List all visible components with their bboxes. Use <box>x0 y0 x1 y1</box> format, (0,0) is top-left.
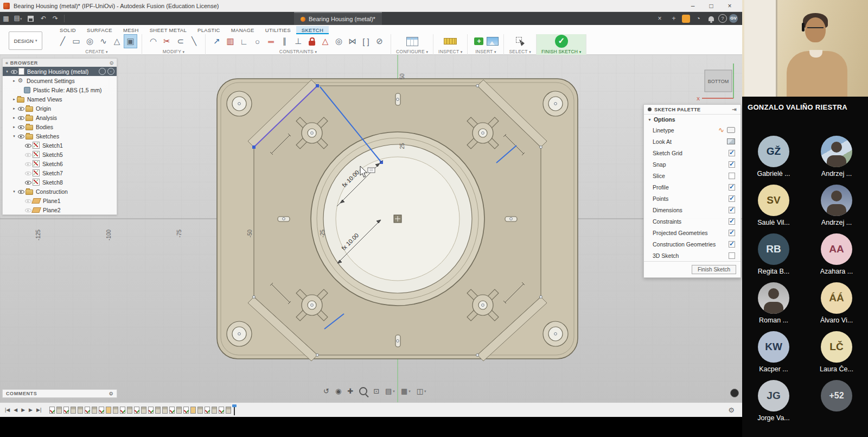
document-tab[interactable]: Bearing Housing (metal)* <box>294 12 382 25</box>
visibility-eye-icon[interactable] <box>18 188 24 194</box>
timeline-feature-feature[interactable] <box>113 407 118 414</box>
participant-tile[interactable]: RBRegita B... <box>758 233 789 282</box>
snap-checkbox[interactable] <box>729 161 735 168</box>
finish-sketch-group-label[interactable]: FINISH SKETCH ▾ <box>541 49 582 54</box>
collapse-arrow-icon[interactable]: « <box>5 60 9 66</box>
palette-options-section[interactable]: ▼ Options <box>644 115 741 124</box>
visibility-eye-icon[interactable] <box>11 68 17 74</box>
inspect-group-label[interactable]: INSPECT ▾ <box>438 49 462 54</box>
timeline-feature-sketch[interactable] <box>219 407 224 414</box>
participant-tile[interactable]: +52 <box>821 380 852 429</box>
timeline-marker[interactable] <box>234 405 235 415</box>
project-tool-icon[interactable]: ∟ <box>238 35 250 48</box>
extensions-clock-icon[interactable]: ◔ <box>692 12 704 25</box>
timeline-feature-sketch[interactable] <box>169 407 175 414</box>
user-avatar[interactable]: GV <box>729 14 738 23</box>
browser-row-plane1[interactable]: Plane1 <box>3 196 117 205</box>
close-document-icon[interactable]: × <box>654 12 666 25</box>
visibility-eye-icon[interactable] <box>18 133 24 139</box>
concentric-constraint-icon[interactable]: ◎ <box>333 35 345 48</box>
maximize-button[interactable]: □ <box>702 2 720 10</box>
configure-table-tool-icon[interactable] <box>406 35 418 48</box>
timeline-feature-construct[interactable] <box>190 407 196 414</box>
tab-manage[interactable]: MANAGE <box>226 26 260 34</box>
redo-icon[interactable]: ↷ <box>49 12 61 25</box>
timeline-feature-feature[interactable] <box>155 407 161 414</box>
timeline-feature-sketch[interactable] <box>205 407 210 414</box>
pan-icon[interactable]: ✚ <box>347 387 353 395</box>
profile-checkbox[interactable] <box>729 184 735 191</box>
browser-row-sketch8[interactable]: Sketch8 <box>3 178 117 187</box>
timeline-feature-feature[interactable] <box>226 407 231 414</box>
modify-group-label[interactable]: MODIFY ▾ <box>163 49 184 54</box>
visibility-eye-icon[interactable] <box>25 207 31 213</box>
browser-header[interactable]: « BROWSER ⊙ <box>3 59 117 67</box>
timeline-feature-feature[interactable] <box>127 407 132 414</box>
browser-row-sketch1[interactable]: Sketch1 <box>3 141 117 150</box>
participant-tile[interactable]: Roman ... <box>758 282 789 331</box>
participant-tile[interactable]: LČLaura Če... <box>820 331 853 380</box>
grid-settings-icon[interactable]: ▦▾ <box>401 387 411 395</box>
fix-constraint-icon[interactable]: △ <box>319 35 331 48</box>
file-menu-icon[interactable]: ▤▾ <box>12 11 24 26</box>
participant-tile[interactable]: KWKacper ... <box>758 331 789 380</box>
timeline-feature-feature[interactable] <box>56 407 62 414</box>
extend-tool-icon[interactable]: ╲ <box>188 35 200 48</box>
browser-row-document-settings[interactable]: ▸Document Settings <box>3 76 117 85</box>
tab-solid[interactable]: SOLID <box>54 26 81 34</box>
timeline-feature-sketch[interactable] <box>85 407 90 414</box>
participant-tile[interactable]: Andrzej ... <box>821 185 852 233</box>
timeline-feature-sketch[interactable] <box>183 407 189 414</box>
constraints-group-label[interactable]: CONSTRAINTS ▾ <box>279 49 317 54</box>
help-icon[interactable]: ? <box>718 14 727 23</box>
browser-row-bearing-housing-metal[interactable]: ▾Bearing Housing (metal)◦ <box>3 67 117 76</box>
viewports-icon[interactable]: ◫▾ <box>417 387 426 395</box>
timeline-end-button[interactable]: ▶| <box>36 407 41 413</box>
timeline-start-button[interactable]: |◀ <box>5 407 10 413</box>
timeline-feature-sketch[interactable] <box>49 407 55 414</box>
polygon-tool-icon[interactable]: △ <box>111 35 123 48</box>
timeline-feature-sketch[interactable] <box>148 407 154 414</box>
circle-tool-icon[interactable]: ◎ <box>84 35 96 48</box>
timeline-feature-feature[interactable] <box>141 407 146 414</box>
notifications-bell-icon[interactable] <box>709 16 714 21</box>
palette-dock-icon[interactable]: ⇥ <box>732 106 737 112</box>
timeline-feature-sketch[interactable] <box>63 407 69 414</box>
tab-surface[interactable]: SURFACE <box>81 26 118 34</box>
timeline-feature-feature[interactable] <box>162 407 168 414</box>
configure-group-label[interactable]: CONFIGURE ▾ <box>396 49 428 54</box>
expand-arrow-icon[interactable]: ▸ <box>11 106 17 111</box>
browser-row-sketch5[interactable]: Sketch5 <box>3 150 117 159</box>
comments-bar[interactable]: COMMENTS ⊙ <box>2 389 117 398</box>
tab-mesh[interactable]: MESH <box>118 26 144 34</box>
browser-row-construction[interactable]: ▾Construction <box>3 187 117 196</box>
participant-tile[interactable]: JGJorge Va... <box>757 380 790 429</box>
orbit-icon[interactable]: ↺ <box>323 387 329 395</box>
comments-options-icon[interactable]: ⊙ <box>109 391 113 396</box>
offset-tool-icon[interactable]: ⊂ <box>174 35 187 48</box>
finish-sketch-tool-icon[interactable] <box>555 35 568 48</box>
lock-constraint-icon[interactable] <box>305 35 318 48</box>
constraints-checkbox[interactable] <box>729 218 735 225</box>
bearing-housing-model[interactable] <box>217 79 578 361</box>
participant-tile[interactable]: ÁÁÁlvaro Vi... <box>820 282 853 331</box>
select-tool-icon[interactable] <box>514 35 526 48</box>
tab-sheet-metal[interactable]: SHEET METAL <box>144 26 192 34</box>
slice-checkbox[interactable] <box>729 173 735 179</box>
sketch-palette-header[interactable]: SKETCH PALETTE ⇥ <box>644 105 741 115</box>
timeline-feature-feature[interactable] <box>78 407 83 414</box>
points-checkbox[interactable] <box>729 195 735 202</box>
search-icon[interactable] <box>99 68 106 75</box>
visibility-eye-icon[interactable] <box>25 161 31 167</box>
participant-tile[interactable]: SVSaulė Vil... <box>757 185 790 233</box>
design-workspace-selector[interactable]: DESIGN ▾ <box>9 31 42 50</box>
browser-options-icon[interactable]: ⊙ <box>110 60 114 66</box>
visibility-eye-icon[interactable] <box>25 151 31 157</box>
visibility-eye-icon[interactable] <box>25 198 31 204</box>
tab-sketch[interactable]: SKETCH <box>296 26 329 34</box>
perpendicular-constraint-icon[interactable]: ⊥ <box>292 35 304 48</box>
browser-row-origin[interactable]: ▸Origin <box>3 104 117 113</box>
timeline-step-forward-button[interactable]: ▶ <box>29 407 33 413</box>
browser-row-plane2[interactable]: Plane2 <box>3 205 117 214</box>
timeline-feature-feature[interactable] <box>92 407 97 414</box>
